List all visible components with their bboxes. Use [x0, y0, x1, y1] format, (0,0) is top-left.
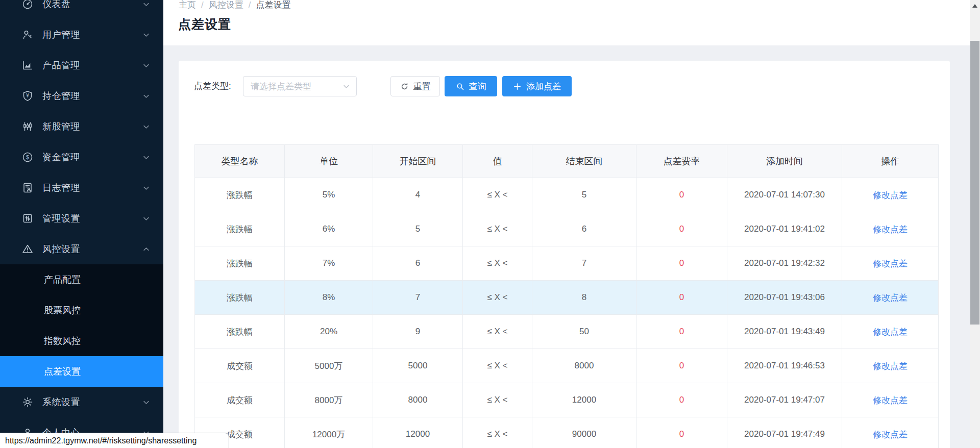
sidebar-item-label: 新股管理 [42, 120, 80, 133]
edit-spread-link[interactable]: 修改点差 [873, 395, 908, 405]
chevron-down-icon [142, 1, 150, 8]
vertical-scrollbar[interactable] [970, 0, 980, 448]
table-cell: 4 [373, 178, 463, 212]
chevron-down-icon [142, 399, 150, 406]
table-cell: 5 [532, 178, 636, 212]
reset-button[interactable]: 重置 [390, 76, 440, 96]
breadcrumb-link[interactable]: 主页 [179, 0, 196, 10]
table-cell: 8000 [373, 383, 463, 417]
table-cell: ≤ X < [463, 281, 532, 315]
edit-spread-link[interactable]: 修改点差 [873, 327, 908, 337]
search-icon [456, 82, 464, 91]
table-cell: 0 [636, 246, 727, 281]
table-cell: 涨跌幅 [195, 212, 285, 246]
chevron-down-icon [142, 92, 150, 100]
table-cell: 6 [532, 212, 636, 246]
table-cell-action: 修改点差 [842, 349, 939, 383]
table-cell: 8 [532, 281, 636, 315]
table-header-cell: 添加时间 [727, 145, 842, 178]
edit-spread-link[interactable]: 修改点差 [873, 259, 908, 268]
sidebar-item-label: 风控设置 [42, 243, 80, 255]
table-header-cell: 开始区间 [373, 145, 463, 178]
select-placeholder: 请选择点差类型 [251, 81, 342, 92]
table-cell: 0 [636, 383, 727, 417]
scrollbar-thumb[interactable] [970, 41, 979, 325]
search-button[interactable]: 查询 [445, 76, 497, 96]
sidebar-item-risk-settings[interactable]: 风控设置 [0, 234, 163, 264]
chevron-down-icon [142, 215, 150, 222]
plus-icon [513, 82, 522, 91]
table-cell: ≤ X < [463, 383, 532, 417]
sidebar-subitem-product-config[interactable]: 产品配置 [0, 264, 163, 295]
table-cell: 2020-07-01 19:47:07 [727, 383, 842, 417]
add-spread-button-label: 添加点差 [526, 81, 561, 92]
table-cell-action: 修改点差 [842, 178, 939, 212]
table-cell: 0 [636, 349, 727, 383]
sidebar-subitem-spread-settings[interactable]: 点差设置 [0, 356, 163, 387]
sidebar-item-label: 产品管理 [42, 59, 80, 71]
sidebar-subitem-label: 点差设置 [44, 365, 81, 378]
edit-spread-link[interactable]: 修改点差 [873, 361, 908, 371]
breadcrumb: 主页/风控设置/点差设置 [179, 0, 290, 11]
sidebar-item-products[interactable]: 产品管理 [0, 50, 163, 81]
edit-spread-link[interactable]: 修改点差 [873, 430, 908, 439]
edit-spread-link[interactable]: 修改点差 [873, 190, 908, 200]
table-cell: 成交额 [195, 383, 285, 417]
table-cell: 90000 [532, 417, 636, 448]
refresh-icon [400, 82, 409, 91]
table-cell: 8000万 [285, 383, 373, 417]
edit-spread-link[interactable]: 修改点差 [873, 225, 908, 234]
sidebar-subitem-index-risk[interactable]: 指数风控 [0, 326, 163, 356]
breadcrumb-link[interactable]: 风控设置 [209, 0, 243, 10]
page-title: 点差设置 [178, 16, 231, 33]
table-cell: 5000万 [285, 349, 373, 383]
table-cell: 50 [532, 315, 636, 349]
sidebar-item-admin-settings[interactable]: 管理设置 [0, 203, 163, 234]
chevron-up-icon [142, 245, 150, 253]
sidebar-item-users[interactable]: 用户管理 [0, 19, 163, 50]
table-cell: 9 [373, 315, 463, 349]
table-cell: 12000万 [285, 417, 373, 448]
breadcrumb-separator: / [249, 0, 251, 10]
table-row: 成交额5000万5000≤ X <800002020-07-01 19:46:5… [195, 349, 939, 383]
table-cell: ≤ X < [463, 417, 532, 448]
table-body: 涨跌幅5%4≤ X <502020-07-01 14:07:30修改点差涨跌幅6… [195, 178, 939, 448]
sidebar-item-funds[interactable]: $资金管理 [0, 142, 163, 172]
system-settings-icon [21, 396, 34, 408]
scrollbar-up-arrow-icon[interactable] [970, 0, 980, 11]
table-cell: ≤ X < [463, 315, 532, 349]
table-cell: 涨跌幅 [195, 246, 285, 281]
table-cell: 2020-07-01 19:41:02 [727, 212, 842, 246]
svg-text:¥: ¥ [26, 93, 29, 98]
table-cell: 2020-07-01 19:43:06 [727, 281, 842, 315]
breadcrumb-current: 点差设置 [256, 0, 290, 10]
sidebar-item-dashboard[interactable]: 仪表盘 [0, 0, 163, 19]
table-cell: 涨跌幅 [195, 281, 285, 315]
sidebar-menu: 仪表盘用户管理产品管理¥持仓管理新股管理$资金管理日志管理管理设置风控设置产品配… [0, 0, 163, 448]
table-cell: 2020-07-01 19:42:32 [727, 246, 842, 281]
sidebar-item-label: 系统设置 [42, 396, 80, 408]
table-row: 涨跌幅5%4≤ X <502020-07-01 14:07:30修改点差 [195, 178, 939, 212]
sidebar-item-logs[interactable]: 日志管理 [0, 172, 163, 203]
table-row: 成交额12000万12000≤ X <9000002020-07-01 19:4… [195, 417, 939, 448]
table-cell: 成交额 [195, 349, 285, 383]
table-row: 成交额8000万8000≤ X <1200002020-07-01 19:47:… [195, 383, 939, 417]
sidebar-item-positions[interactable]: ¥持仓管理 [0, 81, 163, 111]
chevron-down-icon [142, 123, 150, 131]
table-cell: 0 [636, 281, 727, 315]
submenu-risk-settings: 产品配置股票风控指数风控点差设置 [0, 264, 163, 387]
sidebar-item-newstock[interactable]: 新股管理 [0, 111, 163, 142]
spread-type-select[interactable]: 请选择点差类型 [243, 76, 357, 96]
sidebar-item-system-settings[interactable]: 系统设置 [0, 387, 163, 417]
table-cell: 5% [285, 178, 373, 212]
table-header-cell: 类型名称 [195, 145, 285, 178]
user-management-icon [21, 29, 34, 41]
add-spread-button[interactable]: 添加点差 [502, 76, 572, 96]
chevron-down-icon [142, 62, 150, 69]
sidebar-subitem-stock-risk[interactable]: 股票风控 [0, 295, 163, 326]
table-cell: 12000 [532, 383, 636, 417]
edit-spread-link[interactable]: 修改点差 [873, 293, 908, 303]
table-cell: 8% [285, 281, 373, 315]
chevron-down-icon [142, 154, 150, 161]
sidebar-item-label: 仪表盘 [42, 0, 71, 10]
